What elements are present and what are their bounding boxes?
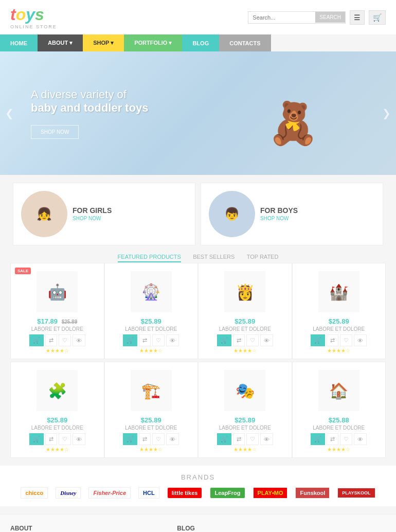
add-to-cart-1[interactable]: 🛒 bbox=[29, 334, 44, 346]
product-card-1: SALE 🤖 $17.89 $25.89 LABORE ET DOLORE 🛒 … bbox=[10, 263, 104, 359]
search-box: SEARCH bbox=[248, 11, 346, 24]
product-actions-5: 🛒 ⇄ ♡ 👁 bbox=[16, 433, 99, 445]
girls-info: FOR GIRLS SHOP NOW bbox=[73, 206, 112, 222]
product-card-8: 🏠 $25.88 LABORE ET DOLORE 🛒 ⇄ ♡ 👁 ★★★★☆ bbox=[292, 362, 386, 458]
cart-icon[interactable]: 🛒 bbox=[369, 10, 386, 25]
boys-title: FOR BOYS bbox=[260, 206, 298, 215]
view-7[interactable]: 👁 bbox=[260, 433, 273, 445]
product-tabs: FEATURED PRODUCTS BEST SELLERS TOP RATED bbox=[0, 253, 396, 260]
view-4[interactable]: 👁 bbox=[354, 334, 367, 346]
product-image-5: 🧩 bbox=[16, 367, 99, 414]
boys-image: 👦 bbox=[209, 191, 255, 237]
search-button[interactable]: SEARCH bbox=[315, 12, 345, 23]
nav-portfolio[interactable]: PORTFOLIO ▾ bbox=[124, 34, 182, 51]
footer-blog-title: BLOG bbox=[177, 525, 386, 532]
product-actions-8: 🛒 ⇄ ♡ 👁 bbox=[298, 433, 381, 445]
product-image-4: 🏰 bbox=[298, 269, 381, 315]
brand-fisher-price[interactable]: Fisher-Price bbox=[88, 487, 131, 499]
add-to-cart-7[interactable]: 🛒 bbox=[217, 433, 231, 445]
category-girls[interactable]: 👧 FOR GIRLS SHOP NOW bbox=[13, 183, 195, 245]
product-card-2: 🎡 $25.89 LABORE ET DOLORE 🛒 ⇄ ♡ 👁 ★★★★☆ bbox=[104, 263, 199, 359]
wishlist-4[interactable]: ♡ bbox=[340, 334, 352, 346]
brand-playskool[interactable]: PLAYSKOOL bbox=[337, 488, 375, 498]
product-card-6: 🏗️ $25.89 LABORE ET DOLORE 🛒 ⇄ ♡ 👁 ★★★★☆ bbox=[104, 362, 199, 458]
list-icon[interactable]: ☰ bbox=[350, 10, 365, 25]
wishlist-5[interactable]: ♡ bbox=[59, 433, 71, 445]
hero-banner: ❮ A diverse variety of baby and toddler … bbox=[0, 51, 396, 175]
wishlist-1[interactable]: ♡ bbox=[59, 334, 71, 346]
hero-image: 🧸 bbox=[242, 72, 345, 175]
add-to-cart-8[interactable]: 🛒 bbox=[311, 433, 325, 445]
add-to-cart-2[interactable]: 🛒 bbox=[123, 334, 137, 346]
hero-prev-arrow[interactable]: ❮ bbox=[5, 107, 14, 119]
stars-5: ★★★★☆ bbox=[16, 447, 99, 452]
tab-featured[interactable]: FEATURED PRODUCTS bbox=[118, 254, 181, 262]
product-card-4: 🏰 $25.89 LABORE ET DOLORE 🛒 ⇄ ♡ 👁 ★★★★☆ bbox=[292, 263, 386, 359]
product-actions-1: 🛒 ⇄ ♡ 👁 bbox=[16, 334, 99, 346]
nav-shop[interactable]: SHOP ▾ bbox=[83, 34, 124, 51]
footer-about-title: ABOUT bbox=[10, 525, 167, 532]
nav-about[interactable]: ABOUT ▾ bbox=[38, 34, 83, 51]
stars-8: ★★★★☆ bbox=[298, 447, 381, 452]
category-boys[interactable]: 👦 FOR BOYS SHOP NOW bbox=[201, 183, 383, 245]
add-to-cart-5[interactable]: 🛒 bbox=[29, 433, 44, 445]
bear-icon: 🧸 bbox=[242, 72, 345, 175]
brand-chicco[interactable]: chicco bbox=[21, 487, 48, 499]
view-5[interactable]: 👁 bbox=[73, 433, 85, 445]
brand-leapfrog[interactable]: LeapFrog bbox=[210, 487, 245, 499]
search-input[interactable] bbox=[248, 12, 315, 23]
compare-5[interactable]: ⇄ bbox=[45, 433, 57, 445]
product-image-3: 👸 bbox=[204, 269, 286, 315]
add-to-cart-4[interactable]: 🛒 bbox=[311, 334, 325, 346]
footer-top: ABOUT Lorem ipsum dolor sit amet constur… bbox=[0, 514, 396, 532]
view-1[interactable]: 👁 bbox=[73, 334, 85, 346]
compare-8[interactable]: ⇄ bbox=[327, 433, 338, 445]
nav-contacts[interactable]: CONTACTS bbox=[219, 34, 271, 51]
main-nav: HOME ABOUT ▾ SHOP ▾ PORTFOLIO ▾ BLOG CON… bbox=[0, 34, 396, 51]
compare-6[interactable]: ⇄ bbox=[139, 433, 151, 445]
stars-7: ★★★★☆ bbox=[204, 447, 286, 452]
view-3[interactable]: 👁 bbox=[260, 334, 273, 346]
compare-2[interactable]: ⇄ bbox=[139, 334, 151, 346]
add-to-cart-3[interactable]: 🛒 bbox=[217, 334, 231, 346]
compare-1[interactable]: ⇄ bbox=[45, 334, 57, 346]
logo-text[interactable]: toys bbox=[10, 5, 57, 24]
wishlist-3[interactable]: ♡ bbox=[246, 334, 259, 346]
wishlist-2[interactable]: ♡ bbox=[152, 334, 165, 346]
view-6[interactable]: 👁 bbox=[166, 433, 179, 445]
compare-7[interactable]: ⇄ bbox=[233, 433, 245, 445]
product-name-2: LABORE ET DOLORE bbox=[110, 326, 193, 332]
wishlist-6[interactable]: ♡ bbox=[152, 433, 165, 445]
tab-best-sellers[interactable]: BEST SELLERS bbox=[193, 254, 235, 261]
product-actions-2: 🛒 ⇄ ♡ 👁 bbox=[110, 334, 193, 346]
girls-shop-link[interactable]: SHOP NOW bbox=[73, 216, 101, 221]
hero-shop-now-button[interactable]: SHOP NOW bbox=[31, 125, 79, 139]
tab-top-rated[interactable]: TOP RATED bbox=[247, 254, 279, 261]
product-price-2: $25.89 bbox=[110, 317, 193, 325]
product-name-6: LABORE ET DOLORE bbox=[110, 425, 193, 431]
hero-next-arrow[interactable]: ❯ bbox=[382, 107, 391, 119]
girls-image: 👧 bbox=[21, 191, 67, 237]
view-2[interactable]: 👁 bbox=[166, 334, 179, 346]
compare-4[interactable]: ⇄ bbox=[327, 334, 338, 346]
brand-disney[interactable]: Disney bbox=[56, 487, 81, 499]
product-name-1: LABORE ET DOLORE bbox=[16, 326, 99, 332]
brand-hcl[interactable]: HCL bbox=[138, 487, 159, 499]
boys-shop-link[interactable]: SHOP NOW bbox=[260, 216, 289, 221]
compare-3[interactable]: ⇄ bbox=[233, 334, 245, 346]
add-to-cart-6[interactable]: 🛒 bbox=[123, 433, 137, 445]
product-actions-6: 🛒 ⇄ ♡ 👁 bbox=[110, 433, 193, 445]
product-price-6: $25.89 bbox=[110, 416, 193, 424]
nav-blog[interactable]: BLOG bbox=[182, 34, 219, 51]
brand-playmobil[interactable]: PLAY•MO bbox=[253, 487, 288, 499]
wishlist-7[interactable]: ♡ bbox=[246, 433, 259, 445]
view-8[interactable]: 👁 bbox=[354, 433, 367, 445]
brand-funskool[interactable]: Funskool bbox=[295, 487, 330, 499]
wishlist-8[interactable]: ♡ bbox=[340, 433, 352, 445]
product-card-7: 🎭 $25.89 LABORE ET DOLORE 🛒 ⇄ ♡ 👁 ★★★★☆ bbox=[198, 362, 292, 458]
nav-home[interactable]: HOME bbox=[0, 34, 38, 51]
brand-little-tikes[interactable]: little tikes bbox=[167, 487, 203, 499]
product-image-6: 🏗️ bbox=[110, 367, 193, 414]
stars-4: ★★★★☆ bbox=[298, 348, 381, 353]
product-name-8: LABORE ET DOLORE bbox=[298, 425, 381, 431]
